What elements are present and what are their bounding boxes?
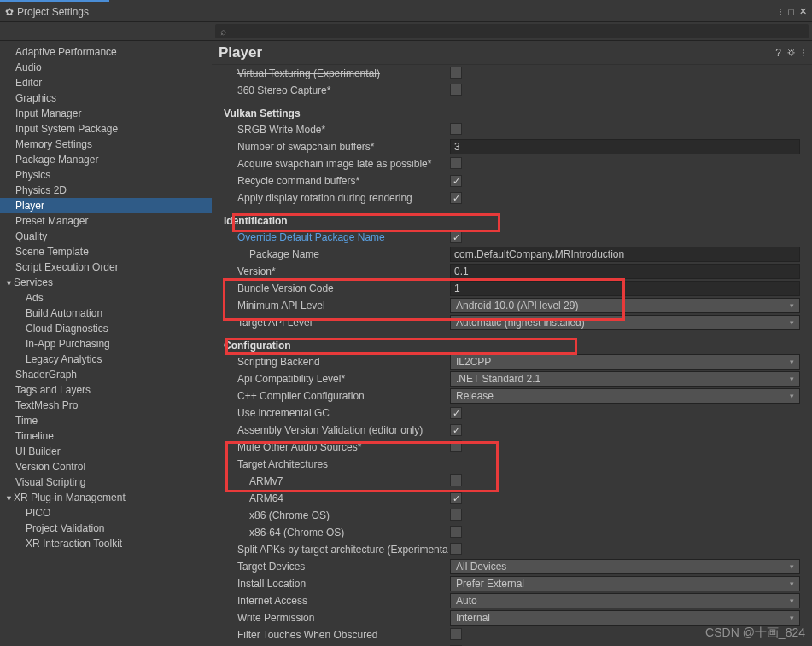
override-pkg-checkbox[interactable] bbox=[450, 231, 462, 243]
backend-dropdown[interactable]: IL2CPP▾ bbox=[450, 354, 800, 370]
mute-audio-label: Mute Other Audio Sources* bbox=[224, 441, 450, 453]
sidebar-item[interactable]: Visual Scripting bbox=[0, 474, 212, 490]
sidebar-item[interactable]: Input Manager bbox=[0, 106, 212, 121]
sidebar-item[interactable]: UI Builder bbox=[0, 444, 212, 459]
armv7-checkbox[interactable] bbox=[450, 474, 462, 486]
sidebar-item[interactable]: Timeline bbox=[0, 428, 212, 444]
sidebar-item[interactable]: Preset Manager bbox=[0, 213, 212, 229]
title-bar: ✿ Project Settings ⁝ □ ✕ bbox=[0, 2, 812, 22]
sidebar-item[interactable]: Legacy Analytics bbox=[0, 352, 212, 367]
chevron-down-icon: ▼ bbox=[5, 494, 14, 503]
swapchain-label: Number of swapchain buffers* bbox=[224, 141, 450, 153]
ident-heading: Identification bbox=[224, 213, 800, 229]
sidebar-item[interactable]: Tags and Layers bbox=[0, 382, 212, 398]
pkg-name-input[interactable] bbox=[450, 247, 800, 262]
sidebar-item[interactable]: Time bbox=[0, 413, 212, 428]
recycle-checkbox[interactable] bbox=[450, 175, 462, 187]
sidebar-item[interactable]: TextMesh Pro bbox=[0, 398, 212, 413]
target-devices-dropdown[interactable]: All Devices▾ bbox=[450, 559, 800, 574]
write-perm-dropdown[interactable]: Internal▾ bbox=[450, 610, 800, 626]
rotation-label: Apply display rotation during rendering bbox=[224, 192, 450, 204]
rotation-checkbox[interactable] bbox=[450, 192, 462, 204]
chevron-down-icon: ▼ bbox=[5, 279, 14, 288]
chevron-down-icon: ▾ bbox=[790, 358, 794, 366]
sidebar-item[interactable]: PICO bbox=[0, 505, 212, 521]
sidebar-item[interactable]: Graphics bbox=[0, 90, 212, 106]
sidebar-item[interactable]: In-App Purchasing bbox=[0, 336, 212, 352]
incremental-gc-checkbox[interactable] bbox=[450, 407, 462, 419]
content-header: Player ? ⛭ ⁝ bbox=[212, 41, 812, 65]
bundle-label: Bundle Version Code bbox=[224, 282, 450, 294]
sidebar-item[interactable]: Physics 2D bbox=[0, 183, 212, 198]
sidebar-item[interactable]: Adaptive Performance bbox=[0, 44, 212, 60]
cpp-dropdown[interactable]: Release▾ bbox=[450, 388, 800, 404]
install-loc-dropdown[interactable]: Prefer External▾ bbox=[450, 576, 800, 591]
srgb-checkbox[interactable] bbox=[450, 123, 462, 135]
internet-label: Internet Access bbox=[224, 595, 450, 607]
filter-touches-label: Filter Touches When Obscured bbox=[224, 629, 450, 641]
sidebar-fold-xr[interactable]: ▼XR Plug-in Management bbox=[0, 490, 212, 505]
close-icon[interactable]: ✕ bbox=[799, 6, 807, 17]
sidebar-item[interactable]: Project Validation bbox=[0, 521, 212, 536]
config-heading: Configuration bbox=[224, 338, 800, 353]
kebab-menu[interactable]: ⁝ bbox=[779, 6, 783, 18]
swapchain-input[interactable] bbox=[450, 139, 800, 154]
min-api-dropdown[interactable]: Android 10.0 (API level 29)▾ bbox=[450, 298, 800, 313]
install-loc-label: Install Location bbox=[224, 578, 450, 590]
content: Player ? ⛭ ⁝ Virtual Texturing (Experime… bbox=[212, 41, 812, 646]
version-input[interactable] bbox=[450, 264, 800, 279]
min-api-label: Minimum API Level bbox=[224, 300, 450, 311]
cpp-label: C++ Compiler Configuration bbox=[224, 390, 450, 402]
target-api-dropdown[interactable]: Automatic (highest installed)▾ bbox=[450, 315, 800, 330]
sidebar-item[interactable]: XR Interaction Toolkit bbox=[0, 536, 212, 551]
recycle-label: Recycle command buffers* bbox=[224, 175, 450, 187]
sidebar-item[interactable]: Scene Template bbox=[0, 244, 212, 259]
maximize-icon[interactable]: □ bbox=[788, 7, 794, 17]
x86-checkbox[interactable] bbox=[450, 509, 462, 521]
split-apk-checkbox[interactable] bbox=[450, 543, 462, 555]
x86-64-checkbox[interactable] bbox=[450, 526, 462, 538]
sidebar-item[interactable]: Quality bbox=[0, 229, 212, 244]
sidebar-item[interactable]: Script Execution Order bbox=[0, 259, 212, 275]
sidebar-item[interactable]: Ads bbox=[0, 290, 212, 306]
chevron-down-icon: ▾ bbox=[790, 579, 794, 588]
arm64-label: ARM64 bbox=[224, 492, 450, 504]
target-arch-label: Target Architectures bbox=[224, 458, 450, 470]
acquire-late-checkbox[interactable] bbox=[450, 157, 462, 169]
override-pkg-label: Override Default Package Name bbox=[224, 231, 450, 243]
virtual-texturing-checkbox[interactable] bbox=[450, 67, 462, 79]
stereo-capture-checkbox[interactable] bbox=[450, 84, 462, 96]
search-input[interactable]: ⌕ bbox=[215, 24, 809, 38]
sidebar-item-player[interactable]: Player bbox=[0, 198, 212, 213]
internet-dropdown[interactable]: Auto▾ bbox=[450, 593, 800, 608]
chevron-down-icon: ▾ bbox=[790, 301, 794, 310]
chevron-down-icon: ▾ bbox=[790, 597, 794, 605]
sidebar-item[interactable]: Audio bbox=[0, 60, 212, 75]
api-compat-label: Api Compatibility Level* bbox=[224, 373, 450, 385]
sidebar-item[interactable]: Version Control bbox=[0, 459, 212, 474]
bundle-input[interactable] bbox=[450, 281, 800, 296]
help-icon[interactable]: ? bbox=[775, 47, 781, 59]
x86-64-label: x86-64 (Chrome OS) bbox=[224, 527, 450, 538]
sidebar-item[interactable]: Input System Package bbox=[0, 121, 212, 137]
asm-validation-checkbox[interactable] bbox=[450, 424, 462, 436]
sidebar-item[interactable]: Physics bbox=[0, 167, 212, 183]
chevron-down-icon: ▾ bbox=[790, 614, 794, 622]
sidebar-item[interactable]: Package Manager bbox=[0, 152, 212, 167]
content-scroll[interactable]: Virtual Texturing (Experimental) 360 Ste… bbox=[212, 65, 812, 646]
sidebar-fold-services[interactable]: ▼Services bbox=[0, 275, 212, 290]
settings-icon[interactable]: ⛭ bbox=[786, 47, 797, 59]
filter-touches-checkbox[interactable] bbox=[450, 628, 462, 640]
mute-audio-checkbox[interactable] bbox=[450, 440, 462, 452]
more-icon[interactable]: ⁝ bbox=[802, 47, 805, 59]
sidebar-item[interactable]: Cloud Diagnostics bbox=[0, 321, 212, 336]
api-compat-dropdown[interactable]: .NET Standard 2.1▾ bbox=[450, 371, 800, 387]
sidebar-item[interactable]: Memory Settings bbox=[0, 137, 212, 152]
sidebar-item[interactable]: Editor bbox=[0, 75, 212, 90]
arm64-checkbox[interactable] bbox=[450, 492, 462, 504]
sidebar-item[interactable]: Build Automation bbox=[0, 306, 212, 321]
armv7-label: ARMv7 bbox=[224, 475, 450, 487]
gear-icon: ✿ bbox=[5, 6, 14, 18]
sidebar-item[interactable]: ShaderGraph bbox=[0, 367, 212, 382]
search-row: ⌕ bbox=[0, 22, 812, 41]
